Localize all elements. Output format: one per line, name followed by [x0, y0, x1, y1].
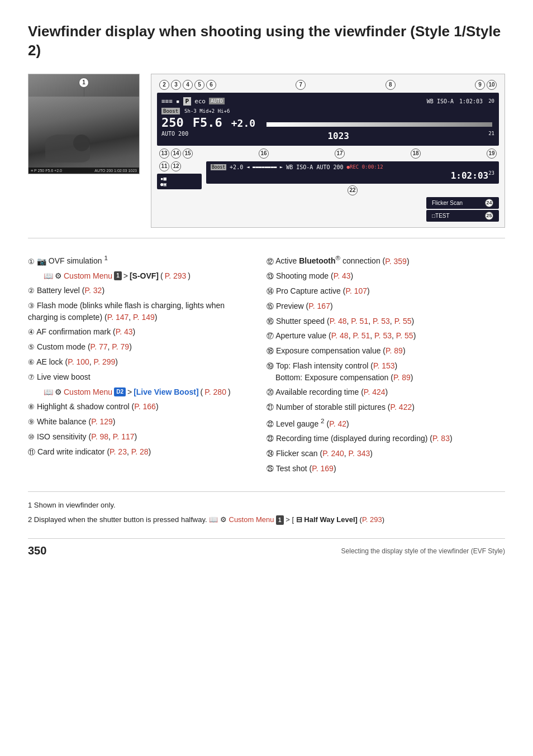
item-23-page[interactable]: P. 83 — [432, 434, 450, 443]
item-17-page4[interactable]: P. 55 — [396, 331, 413, 340]
item-13-text: Shooting mode ( — [276, 271, 334, 280]
c9: 9 — [475, 80, 485, 90]
item-3: ③ Flash mode (blinks while flash is char… — [28, 300, 255, 323]
item-5: ⑤ Custom mode (P. 77, P. 79) — [28, 341, 255, 353]
ovf-image: 1 ≡ P 250 F5.6 +2.0 AUTO 200 1:02:03 102… — [28, 74, 139, 174]
item-8-page[interactable]: P. 166 — [134, 402, 156, 411]
item-15: ⑮ Preview (P. 167) — [266, 300, 494, 312]
test-box: □TEST 25 — [426, 210, 499, 222]
item-1-pclose: ) — [188, 270, 191, 281]
item-14-num: ⑭ — [266, 287, 274, 295]
vf-auto-label: AUTO — [209, 98, 225, 104]
item-13-num: ⑬ — [266, 272, 274, 280]
item-16-page1[interactable]: P. 48 — [330, 317, 347, 326]
item-7-pageref[interactable]: P. 280 — [204, 386, 226, 398]
item-12-page[interactable]: P. 359 — [385, 256, 407, 265]
items-col-1: ① 📷 OVF simulation 1 📖 ⚙ Custom Menu 1 >… — [28, 254, 266, 478]
item-6-num: ⑥ — [28, 358, 35, 366]
item-16-close: ) — [412, 317, 415, 326]
item-17-page1[interactable]: P. 48 — [331, 331, 349, 340]
item-19-num: ⑲ — [266, 362, 274, 370]
item-12-close: ) — [407, 256, 410, 265]
item-17-page3[interactable]: P. 53 — [374, 331, 392, 340]
item-21-page[interactable]: P. 422 — [391, 403, 412, 412]
item-2-close: ) — [102, 286, 104, 295]
c17: 17 — [335, 149, 345, 159]
item-16-text: Shutter speed ( — [276, 317, 330, 326]
item-19-extra: Bottom: Exposure compensation ( — [266, 373, 393, 382]
item-22-close: ) — [346, 419, 349, 428]
item-1-num: ① — [28, 257, 35, 265]
item-9-num: ⑨ — [28, 418, 35, 426]
item-6-text: AE lock ( — [36, 357, 68, 366]
item-16: ⑯ Shutter speed (P. 48, P. 51, P. 53, P.… — [266, 315, 494, 327]
item-24-page2[interactable]: P. 343 — [349, 449, 370, 458]
item-18-text: Exposure compensation value ( — [276, 346, 386, 355]
item-21-close: ) — [412, 403, 415, 412]
c11: 11 — [159, 161, 169, 171]
item-6-page1[interactable]: P. 100 — [68, 357, 89, 366]
item-3-page1[interactable]: P. 147 — [107, 313, 129, 322]
item-3-page2[interactable]: P. 149 — [133, 313, 155, 322]
item-11-page2[interactable]: P. 28 — [131, 447, 149, 456]
item-18-page[interactable]: P. 89 — [386, 346, 403, 355]
item-8-text: Highlight & shadow control ( — [37, 402, 134, 411]
item-19-page[interactable]: P. 153 — [373, 361, 395, 370]
item-16-page2[interactable]: P. 51 — [351, 317, 368, 326]
item-11-page1[interactable]: P. 23 — [110, 447, 127, 456]
vf-1023: 1023 — [327, 131, 349, 141]
item-16-c2: , — [368, 317, 373, 326]
item-1-badge: 1 — [114, 271, 122, 281]
vf-right-group: Boost +2.0 ◄ ▬▬▬▬▬▬▬▬ ► WB ISO-A AUTO 20… — [206, 161, 499, 222]
item-7-num: ⑦ — [28, 373, 35, 381]
item-15-page[interactable]: P. 167 — [308, 302, 330, 310]
item-20-page[interactable]: P. 424 — [364, 387, 386, 396]
item-7: ⑦ Live view boost — [28, 371, 255, 383]
item-24: ㉔ Flicker scan (P. 240, P. 343) — [266, 448, 494, 460]
item-24-page1[interactable]: P. 240 — [322, 449, 344, 458]
item-22-text: Level gauge 2 ( — [276, 419, 329, 428]
item-17: ⑰ Aperture value (P. 48, P. 51, P. 53, P… — [266, 330, 494, 342]
item-21-text: Number of storable still pictures ( — [276, 403, 391, 412]
footnote-2-pageref[interactable]: P. 293 — [362, 515, 382, 524]
item-25-close: ) — [334, 464, 336, 473]
item-1-pageref[interactable]: P. 293 — [165, 270, 187, 281]
item-14-page[interactable]: P. 107 — [345, 286, 367, 295]
footnote-1-num: 1 — [28, 501, 32, 509]
item-19-extra-page[interactable]: P. 89 — [393, 373, 411, 382]
item-17-page2[interactable]: P. 51 — [353, 331, 370, 340]
item-10-page1[interactable]: P. 98 — [91, 432, 108, 441]
item-7-menu-ref: 📖 ⚙ Custom Menu D2 > [Live View Boost] (… — [44, 386, 231, 398]
item-5-num: ⑤ — [28, 343, 35, 351]
item-25-page[interactable]: P. 169 — [312, 464, 334, 473]
item-16-page3[interactable]: P. 53 — [373, 317, 390, 326]
item-15-num: ⑮ — [266, 302, 274, 310]
item-19-extra-close: ) — [411, 373, 413, 382]
item-25-text: Test shot ( — [276, 464, 312, 473]
c21-ref: 21 — [488, 131, 494, 141]
c10: 10 — [487, 80, 497, 90]
item-22-page[interactable]: P. 42 — [329, 419, 346, 428]
item-10-page2[interactable]: P. 117 — [113, 432, 135, 441]
c8: 8 — [386, 80, 396, 90]
item-4-page[interactable]: P. 43 — [116, 327, 133, 336]
item-16-num: ⑯ — [266, 317, 274, 326]
item-2-num: ② — [28, 286, 35, 295]
vf-exposure-bar — [266, 122, 492, 127]
item-13-page[interactable]: P. 43 — [334, 271, 351, 280]
item-8: ⑧ Highlight & shadow control (P. 166) — [28, 401, 255, 413]
item-9-page[interactable]: P. 129 — [91, 417, 113, 426]
callout-22-row: 22 — [206, 185, 499, 195]
callout-row-top: 2 3 4 5 6 7 8 9 10 — [157, 80, 499, 90]
footnote-2-num: 2 — [28, 515, 32, 524]
callout-row-mid: 13 14 15 16 17 18 19 — [157, 149, 499, 159]
item-4-num: ④ — [28, 328, 35, 336]
item-6-page2[interactable]: P. 299 — [94, 357, 116, 366]
item-5-page2[interactable]: P. 79 — [112, 342, 129, 351]
item-5-page1[interactable]: P. 77 — [91, 342, 108, 351]
item-2-page[interactable]: P. 32 — [84, 286, 102, 295]
item-20-close: ) — [386, 387, 388, 396]
item-16-page4[interactable]: P. 55 — [394, 317, 412, 326]
item-14-close: ) — [367, 286, 370, 295]
vf-card: ▪■ — [160, 176, 198, 181]
